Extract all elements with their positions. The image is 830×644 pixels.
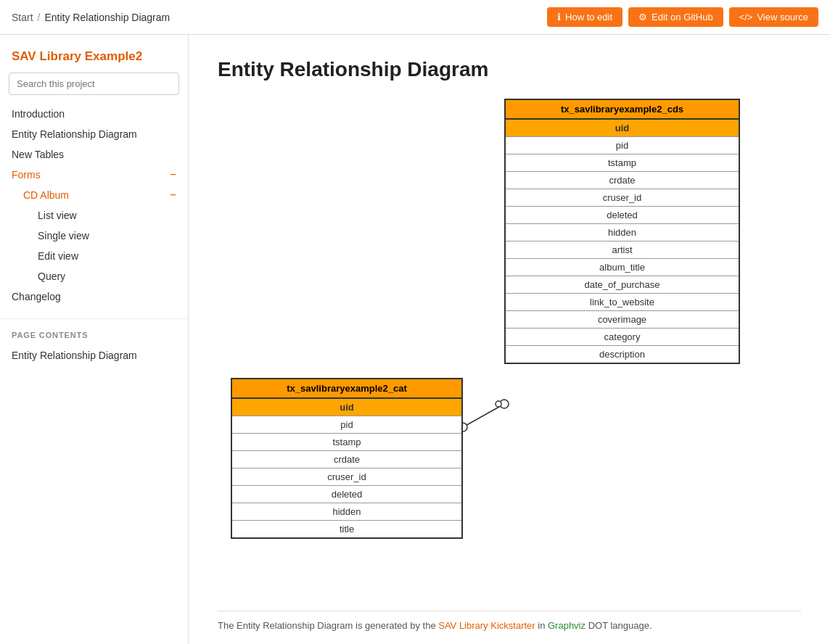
topbar-left: Start / Entity Relationship Diagram — [12, 12, 170, 23]
svg-point-2 — [500, 400, 509, 408]
table-cds-row-pid: pid — [506, 137, 739, 154]
nav-label-edit-view: Edit view — [38, 250, 78, 262]
how-to-edit-label: How to edit — [565, 12, 612, 22]
sidebar-item-forms[interactable]: Forms − — [0, 165, 188, 185]
nav-label-new-tables: New Tables — [12, 149, 64, 160]
page-title: Entity Relationship Diagram — [218, 58, 801, 81]
nav-label-erd: Entity Relationship Diagram — [12, 128, 137, 140]
sav-library-kickstarter-link[interactable]: SAV Library Kickstarter — [438, 620, 535, 631]
toc-erd-label: Entity Relationship Diagram — [12, 350, 137, 361]
sidebar-item-list-view[interactable]: List view — [0, 205, 188, 226]
sidebar-item-query[interactable]: Query — [0, 266, 188, 286]
table-cat-row-deleted: deleted — [232, 486, 461, 503]
nav-label-query: Query — [38, 271, 65, 282]
table-cds-row-album-title: album_title — [506, 259, 739, 276]
table-cat-row-cruser-id: cruser_id — [232, 468, 461, 486]
table-cat-row-uid: uid — [232, 399, 461, 416]
table-cat-row-tstamp: tstamp — [232, 434, 461, 451]
table-cds-row-description: description — [506, 346, 739, 363]
table-cds: tx_savlibraryexample2_cds uid pid tstamp… — [504, 99, 740, 364]
topbar: Start / Entity Relationship Diagram ℹ Ho… — [0, 0, 830, 35]
search-input[interactable] — [9, 73, 179, 95]
footer-text-middle: in — [535, 620, 548, 631]
view-source-button[interactable]: </> View source — [729, 7, 818, 27]
footer-text: The Entity Relationship Diagram is gener… — [218, 611, 801, 631]
table-cds-row-date-of-purchase: date_of_purchase — [506, 276, 739, 294]
github-icon: ⚙ — [638, 12, 647, 22]
table-cds-row-cruser-id: cruser_id — [506, 189, 739, 207]
table-cds-row-coverimage: coverimage — [506, 311, 739, 329]
sidebar-item-erd[interactable]: Entity Relationship Diagram — [0, 124, 188, 144]
page-contents-section: PAGE CONTENTS Entity Relationship Diagra… — [0, 318, 188, 366]
sidebar-item-single-view[interactable]: Single view — [0, 226, 188, 246]
edit-on-github-label: Edit on GitHub — [652, 12, 713, 22]
nav-label-single-view: Single view — [38, 230, 89, 242]
footer-text-after: DOT language. — [585, 620, 652, 631]
info-icon: ℹ — [557, 12, 561, 22]
svg-line-0 — [463, 404, 504, 427]
topbar-right: ℹ How to edit ⚙ Edit on GitHub </> View … — [547, 7, 818, 27]
table-cat-row-crdate: crdate — [232, 451, 461, 468]
table-cds-row-category: category — [506, 329, 739, 346]
footer-text-before: The Entity Relationship Diagram is gener… — [218, 620, 438, 631]
breadcrumb-separator: / — [38, 12, 41, 23]
erd-diagram: tx_savlibraryexample2_cds uid pid tstamp… — [218, 99, 747, 599]
nav-label-introduction: Introduction — [12, 108, 65, 120]
layout: SAV Library Example2 Introduction Entity… — [0, 35, 830, 644]
forms-collapse-icon[interactable]: − — [170, 169, 176, 181]
breadcrumb-current: Entity Relationship Diagram — [44, 12, 170, 23]
sidebar-item-edit-view[interactable]: Edit view — [0, 246, 188, 266]
view-source-label: View source — [757, 12, 808, 22]
main-content: Entity Relationship Diagram tx_s — [189, 35, 830, 644]
edit-on-github-button[interactable]: ⚙ Edit on GitHub — [628, 7, 723, 27]
table-cat-header: tx_savlibraryexample2_cat — [232, 379, 461, 399]
nav-label-cd-album: CD Album — [23, 189, 69, 201]
table-cat: tx_savlibraryexample2_cat uid pid tstamp… — [231, 378, 463, 539]
table-cds-header: tx_savlibraryexample2_cds — [506, 100, 739, 120]
graphviz-link[interactable]: Graphviz — [548, 620, 585, 631]
table-cat-row-title: title — [232, 521, 461, 537]
table-cat-row-pid: pid — [232, 416, 461, 434]
app-title[interactable]: SAV Library Example2 — [0, 44, 188, 73]
nav-label-forms: Forms — [12, 169, 41, 181]
table-cat-row-hidden: hidden — [232, 503, 461, 521]
table-cds-row-tstamp: tstamp — [506, 154, 739, 172]
svg-point-4 — [496, 401, 501, 407]
sidebar-item-introduction[interactable]: Introduction — [0, 104, 188, 124]
sidebar-toc-erd[interactable]: Entity Relationship Diagram — [0, 345, 188, 366]
sidebar-item-changelog[interactable]: Changelog — [0, 286, 188, 307]
code-icon: </> — [739, 12, 753, 22]
sidebar: SAV Library Example2 Introduction Entity… — [0, 35, 189, 644]
sidebar-item-cd-album[interactable]: CD Album − — [0, 185, 188, 205]
table-cds-row-deleted: deleted — [506, 207, 739, 224]
breadcrumb-start[interactable]: Start — [12, 12, 33, 23]
breadcrumb: Start / Entity Relationship Diagram — [12, 12, 170, 23]
table-cds-row-hidden: hidden — [506, 224, 739, 242]
nav-label-list-view: List view — [38, 210, 77, 221]
table-cds-row-uid: uid — [506, 120, 739, 137]
cd-album-collapse-icon[interactable]: − — [170, 189, 176, 201]
sidebar-item-new-tables[interactable]: New Tables — [0, 144, 188, 165]
page-contents-title: PAGE CONTENTS — [0, 328, 188, 345]
table-cds-row-artist: artist — [506, 242, 739, 259]
how-to-edit-button[interactable]: ℹ How to edit — [547, 7, 622, 27]
table-cds-row-crdate: crdate — [506, 172, 739, 189]
table-cds-row-link-to-website: link_to_website — [506, 294, 739, 311]
nav-label-changelog: Changelog — [12, 291, 61, 302]
